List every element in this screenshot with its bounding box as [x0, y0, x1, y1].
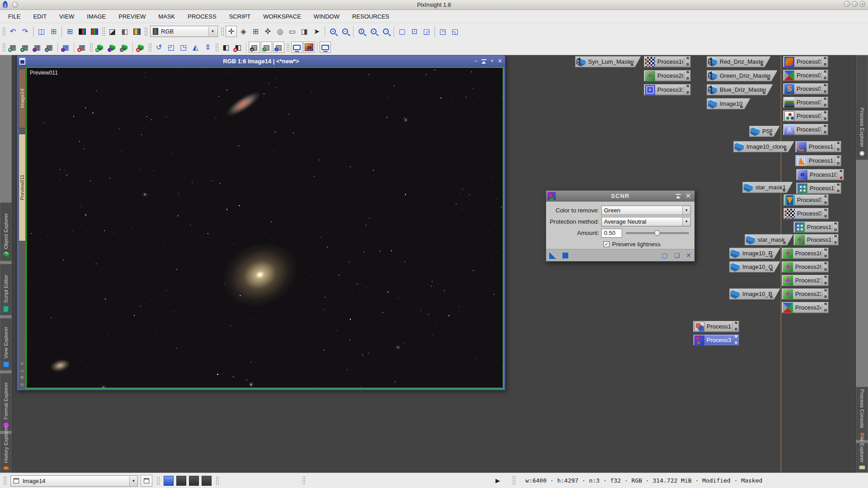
preserve-lightness-checkbox[interactable]: ✓ — [604, 241, 609, 247]
duplicate-preview-button[interactable]: ⊡ — [409, 26, 420, 37]
zoom-window-button[interactable]: + — [491, 58, 494, 64]
sidebar-tab-view-explorer[interactable]: View Explorer — [0, 318, 12, 371]
color-depth-24-button[interactable]: 24 — [303, 42, 315, 53]
new-image-button[interactable]: ⊞ — [64, 26, 75, 37]
stf-auto-button[interactable] — [76, 26, 88, 37]
browse-documentation-button[interactable]: ❏ — [674, 252, 680, 258]
process-icon-process24[interactable]: Process24ND — [782, 302, 829, 313]
iconize-button[interactable]: − — [474, 58, 477, 64]
tab-image14[interactable]: Image14 — [19, 69, 26, 128]
maximize-window-button[interactable]: □ — [852, 1, 858, 7]
link-views-icon[interactable]: ✕ — [20, 361, 24, 366]
process-icon-process05[interactable]: Process05ND — [783, 97, 828, 108]
toolbar-drag-handle[interactable] — [2, 27, 5, 36]
image-viewport[interactable]: Preview011 — [26, 67, 504, 389]
menu-mask[interactable]: MASK — [152, 13, 181, 20]
mask-enabled-button[interactable]: ▨● — [249, 42, 260, 53]
process-icon-process09[interactable]: Process09ND — [783, 208, 829, 219]
screen-stf-button[interactable] — [291, 42, 302, 53]
process-icon-process07[interactable]: Process07ND — [783, 124, 828, 135]
toolbar-drag-handle[interactable] — [90, 43, 93, 52]
scnr-dialog[interactable]: SCNR ✕ Color to remove: Green ▼ — [546, 190, 695, 262]
image-container-new-button[interactable]: ▦↻ — [7, 42, 19, 53]
select-preview-button[interactable]: ▢ — [396, 26, 408, 37]
image-container-delete-button[interactable]: ▦✕ — [76, 42, 88, 53]
process-icon-process16[interactable]: Process16ND — [782, 248, 829, 259]
image-icon-blue_driz_master[interactable]: Blue_Driz_MasterN — [707, 84, 773, 95]
view-selector[interactable]: Image14 ▼ — [10, 475, 138, 487]
color-management-button[interactable] — [131, 26, 142, 37]
process-icon-process21[interactable]: Process21ND — [782, 275, 829, 286]
zoom-in-button[interactable]: + — [327, 26, 339, 37]
menu-process[interactable]: PROCESS — [181, 13, 223, 20]
modify-preview-button[interactable]: ◲ — [421, 26, 432, 37]
menu-resources[interactable]: RESOURCES — [346, 13, 396, 20]
menu-file[interactable]: FILE — [2, 13, 27, 20]
channel-selector[interactable]: RGB▼ — [150, 26, 218, 37]
process-icons-list-button[interactable]: ≡ — [119, 42, 130, 53]
process-icon-process101[interactable]: Process101N — [796, 169, 844, 180]
execute-button[interactable]: ▢ — [661, 252, 667, 258]
image-icon-psf[interactable]: PSFN — [749, 126, 780, 137]
invert-display-button[interactable]: ◪ — [107, 26, 118, 37]
mask-remove-button[interactable]: ◧✕ — [232, 42, 244, 53]
drag-handle[interactable] — [302, 476, 305, 485]
scnr-close-button[interactable]: ✕ — [685, 192, 691, 200]
view-mode-button[interactable] — [141, 475, 152, 487]
protection-method-select[interactable]: Average Neutral ▼ — [601, 217, 691, 226]
process-icons-save-button[interactable] — [107, 42, 118, 53]
apply-global-button[interactable] — [562, 253, 568, 258]
readout-tool-icon[interactable]: ◎ — [20, 382, 24, 387]
close-image-button[interactable]: ✕ — [498, 58, 502, 64]
image-container-store-button[interactable]: ▦ — [60, 42, 71, 53]
amount-slider[interactable] — [626, 230, 689, 236]
process-icon-process01[interactable]: Process01ND — [783, 56, 828, 67]
contract-mode-button[interactable]: ⊞ — [250, 26, 261, 37]
process-icon-process02[interactable]: Process02ND — [783, 70, 828, 81]
process-icon-process08[interactable]: Process08ND — [783, 194, 829, 206]
image-window[interactable]: RGB 1:6 Image14 | <*new*> − + ✕ Image14 … — [17, 55, 505, 390]
flip-horizontal-button[interactable]: ◭ — [190, 42, 201, 53]
toolbar-drag-handle[interactable] — [215, 43, 218, 52]
sidebar-tab-format-explorer[interactable]: Format Explorer — [0, 373, 12, 431]
process-icon-process33[interactable]: Process33ND — [693, 334, 739, 346]
pan-mode-button[interactable]: ✛ — [226, 26, 237, 37]
sidebar-tab-process-console[interactable]: Process Console➤ — [856, 387, 868, 440]
image-container-add-button[interactable]: ▦+ — [19, 42, 31, 53]
zoom-1-1-button[interactable]: 1 — [356, 26, 367, 37]
drag-handle[interactable] — [216, 476, 219, 485]
scnr-shade-button[interactable] — [676, 194, 681, 198]
menu-edit[interactable]: EDIT — [27, 13, 53, 20]
process-icon-process17[interactable]: Process17ND — [793, 234, 839, 245]
process-icons-load-button[interactable]: ↻ — [94, 42, 106, 53]
grayscale-display-button[interactable]: ◧ — [119, 26, 130, 37]
mask-invert-button[interactable]: ◧ — [220, 42, 231, 53]
new-preview-mode-button[interactable]: ▭ — [287, 26, 298, 37]
process-icon-process03[interactable]: Process03ND — [783, 83, 828, 94]
shade-button[interactable] — [481, 59, 486, 63]
process-icon-process13[interactable]: Process13ND — [795, 155, 841, 166]
zoom-fit-button[interactable]: ▪ — [368, 26, 379, 37]
readout-mode-button[interactable]: ◎ — [274, 26, 286, 37]
process-icon-process10[interactable]: Process10ND — [644, 56, 691, 67]
fit-view-button[interactable]: ◱ — [449, 26, 461, 37]
undo-button[interactable]: ↶ — [7, 26, 19, 37]
process-icon-process31[interactable]: Process31ND — [644, 84, 691, 95]
workspace-3-button[interactable] — [189, 476, 199, 486]
image-icon-red_driz_master[interactable]: Red_Driz_MasterN — [707, 56, 771, 67]
scnr-titlebar[interactable]: SCNR ✕ — [546, 191, 694, 202]
image-icon-star_mask1[interactable]: star_mask1N — [742, 182, 793, 193]
edit-preview-button[interactable]: ◨ — [299, 26, 310, 37]
stf-edit-button[interactable] — [89, 26, 100, 37]
workspace-2-button[interactable] — [176, 476, 186, 486]
menu-window[interactable]: WINDOW — [307, 13, 346, 20]
rotate-180-button[interactable]: ↺ — [153, 42, 165, 53]
close-window-button[interactable]: ✕ — [859, 1, 865, 7]
process-icon-process22[interactable]: Process22ND — [782, 288, 829, 300]
select-mode-button[interactable]: ➤ — [311, 26, 322, 37]
expand-mode-button[interactable]: ◈ — [238, 26, 249, 37]
rotate-90cw-button[interactable]: ◰ — [165, 42, 177, 53]
drag-handle[interactable] — [512, 476, 515, 485]
process-icon-process28[interactable]: Process28ND — [644, 70, 691, 81]
resize-vertical-button[interactable]: ⇕ — [202, 42, 213, 53]
